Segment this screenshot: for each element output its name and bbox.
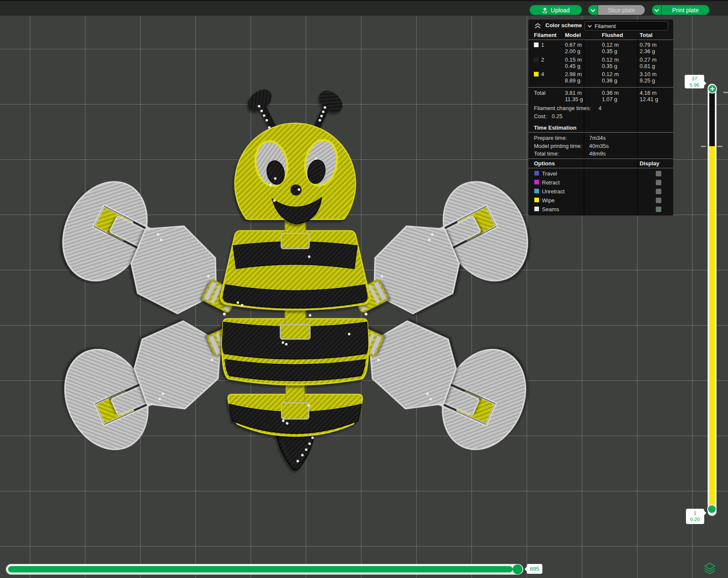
layer-top-bubble: 375.96 — [685, 75, 704, 88]
layer-bottom-bubble: 10.20 — [686, 509, 704, 524]
filament-swatch-2 — [534, 57, 539, 62]
total-time-label: Total time: — [534, 150, 559, 157]
layer-tick — [717, 146, 722, 147]
change-times-value: 4 — [598, 105, 601, 111]
color-scheme-panel: Color scheme Filament Filament Model Flu… — [528, 20, 673, 215]
option-unretract: Unretract — [542, 188, 564, 195]
cost-label: Cost: — [534, 113, 547, 119]
total-label: Total — [534, 90, 545, 96]
wing-upper-left — [47, 167, 260, 345]
row-flushed: 0.12 m0.36 g — [602, 71, 619, 84]
prepare-time-label: Prepare time: — [534, 135, 567, 141]
slice-plate-label: Slice plate — [608, 7, 635, 14]
print-dropdown-button[interactable] — [652, 5, 661, 15]
travel-checkbox[interactable] — [656, 171, 661, 176]
upload-button[interactable]: Upload — [530, 5, 582, 15]
time-estimation-title: Time Estimation — [534, 125, 576, 131]
chevron-down-icon — [590, 7, 595, 11]
toolbar: Upload Slice plate Print plate — [0, 0, 728, 16]
filament-swatch-1 — [534, 42, 539, 47]
row-id: 2 — [541, 57, 544, 63]
total-model: 3.81 m11.35 g — [565, 90, 583, 102]
col-filament: Filament — [534, 32, 556, 38]
layer-tick — [723, 92, 728, 93]
options-title: Options — [534, 160, 555, 167]
row-total: 3.10 m9.25 g — [640, 71, 657, 84]
wing-upper-right — [330, 167, 544, 345]
display-title: Display — [640, 160, 659, 167]
wipe-checkbox[interactable] — [656, 198, 661, 203]
model-printing-time-label: Model printing time: — [534, 143, 582, 149]
retract-chip — [534, 180, 539, 184]
collapse-icon[interactable] — [534, 23, 541, 29]
row-id: 4 — [541, 71, 544, 77]
seams-checkbox[interactable] — [656, 207, 661, 212]
seams-chip — [534, 207, 539, 211]
print-progress-fill — [8, 566, 513, 572]
slice-plate-button[interactable]: Slice plate — [598, 5, 645, 15]
row-model: 0.67 m2.00 g — [565, 42, 582, 54]
bubble-pointer — [704, 510, 709, 516]
unretract-checkbox[interactable] — [656, 189, 661, 194]
col-total: Total — [640, 32, 652, 38]
layer-slider-top-handle[interactable] — [708, 84, 717, 94]
row-model: 2.98 m8.89 g — [565, 71, 582, 84]
layer-slider-fill-black — [709, 93, 715, 146]
chevron-down-icon — [588, 23, 592, 28]
total-flushed: 0.36 m1.07 g — [602, 90, 619, 102]
filament-swatch-4 — [534, 72, 539, 76]
wipe-chip — [534, 198, 539, 202]
print-plate-label: Print plate — [672, 7, 699, 14]
antenna-left — [262, 106, 274, 130]
option-wipe: Wipe — [542, 197, 555, 204]
total-time-value: 48m9s — [589, 150, 606, 157]
layers-icon[interactable] — [704, 562, 716, 575]
option-travel: Travel — [542, 170, 557, 177]
col-model: Model — [565, 32, 581, 38]
bee-neck-3 — [282, 383, 309, 419]
total-total: 4.16 m12.41 g — [640, 90, 658, 102]
bee-neck-2 — [280, 307, 310, 339]
prepare-time-value: 7m34s — [589, 135, 606, 141]
panel-title: Color scheme — [545, 22, 582, 28]
print-plate-button[interactable]: Print plate — [662, 5, 709, 15]
color-scheme-select[interactable]: Filament — [584, 21, 668, 31]
change-times-label: Filament change times: — [534, 105, 591, 111]
row-flushed: 0.12 m0.35 g — [602, 57, 619, 69]
bubble-pointer — [704, 81, 709, 86]
row-id: 1 — [541, 42, 544, 48]
antenna-right — [316, 105, 327, 130]
row-total: 0.79 m2.36 g — [640, 42, 657, 54]
plus-icon — [708, 85, 716, 93]
model-printing-time-value: 40m35s — [589, 143, 609, 149]
retract-checkbox[interactable] — [656, 180, 661, 185]
print-progress-handle[interactable] — [513, 564, 522, 574]
option-seams: Seams — [542, 206, 559, 212]
cost-value: 0.25 — [552, 113, 562, 119]
progress-value-bubble: 895 — [527, 564, 542, 574]
scheme-value: Filament — [595, 23, 616, 29]
travel-chip — [534, 171, 539, 176]
option-retract: Retract — [542, 179, 560, 186]
bubble-pointer — [522, 567, 527, 572]
upload-icon — [542, 7, 548, 13]
bee-head — [235, 85, 356, 224]
row-model: 0.15 m0.45 g — [565, 57, 582, 69]
upload-label: Upload — [551, 7, 570, 14]
col-flushed: Flushed — [602, 32, 623, 38]
unretract-chip — [534, 189, 539, 193]
check-icon — [656, 207, 661, 212]
row-total: 0.27 m0.81 g — [640, 57, 657, 69]
row-flushed: 0.12 m0.35 g — [602, 42, 619, 54]
slice-dropdown-button[interactable] — [588, 5, 598, 15]
chevron-down-icon — [654, 7, 659, 11]
layer-slider-fill-yellow — [709, 146, 715, 509]
layer-tick — [701, 146, 706, 147]
